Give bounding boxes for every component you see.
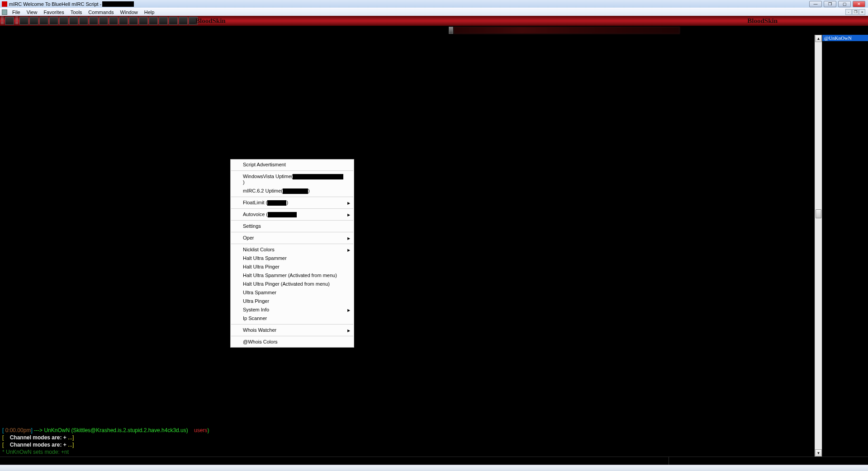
- toolbar-button[interactable]: [89, 17, 98, 25]
- context-menu-item[interactable]: @Whois Colors: [231, 338, 354, 346]
- chat-line: * UnKnOwN sets mode: +nt: [2, 448, 815, 456]
- tail: ...]: [66, 442, 74, 448]
- toolbar-brand: BloodSkin: [195, 17, 226, 25]
- arrow: --->: [33, 427, 44, 433]
- toolbar-brand: BloodSkin: [747, 17, 778, 25]
- toolbar-button[interactable]: [79, 17, 88, 25]
- toolbar-button[interactable]: [119, 17, 128, 25]
- context-menu-item[interactable]: Ultra Spammer: [231, 288, 354, 297]
- input-bar: [0, 457, 868, 465]
- submenu-arrow-icon: ▶: [347, 328, 350, 334]
- submenu-arrow-icon: ▶: [347, 307, 350, 313]
- redacted: [268, 212, 297, 217]
- toolbar-button[interactable]: [129, 17, 138, 25]
- toolbar-button[interactable]: [169, 17, 178, 25]
- context-menu-item[interactable]: Autovoice (▶: [231, 210, 354, 219]
- context-menu-item[interactable]: Script Advertisment: [231, 160, 354, 169]
- timestamp: 0:00.00pm: [4, 427, 31, 433]
- mdi-icon[interactable]: [2, 9, 7, 15]
- context-menu-item[interactable]: Nicklist Colors▶: [231, 245, 354, 254]
- scroll-down-icon[interactable]: ▼: [815, 449, 822, 457]
- submenu-arrow-icon: ▶: [347, 212, 350, 218]
- toolbar-grip[interactable]: [1, 17, 4, 25]
- mdi-close-button[interactable]: ×: [859, 9, 865, 15]
- context-menu-item[interactable]: mIRC.6.2 Uptime(): [231, 187, 354, 195]
- menu-view[interactable]: View: [24, 9, 41, 15]
- nicklist-item[interactable]: @UnKnOwN: [822, 35, 868, 41]
- scroll-thumb[interactable]: [816, 209, 821, 218]
- switchbar-tab-active[interactable]: [454, 27, 680, 34]
- redacted: [283, 188, 308, 194]
- menu-separator: [231, 232, 353, 232]
- toolbar-button[interactable]: [19, 17, 28, 25]
- menu-separator: [231, 197, 353, 197]
- toolbar-button[interactable]: [159, 17, 168, 25]
- toolbar-button[interactable]: [49, 17, 58, 25]
- context-menu-item[interactable]: Ip Scanner: [231, 314, 354, 323]
- host: (Skittles@Krashed.is.2.stupid.2.have.h4c…: [71, 427, 188, 433]
- switchbar-tab[interactable]: [449, 27, 453, 34]
- statusbar: [0, 465, 868, 471]
- context-menu-item[interactable]: Oper▶: [231, 234, 354, 242]
- menu-separator: [231, 244, 353, 244]
- app-icon: [2, 1, 7, 7]
- chat-input[interactable]: [0, 457, 669, 465]
- chat-content[interactable]: Script AdvertismentWindowsVista Uptime()…: [0, 35, 815, 457]
- toolbar-button[interactable]: [139, 17, 148, 25]
- toolbar-button[interactable]: [179, 17, 188, 25]
- menubar: File View Favorites Tools Commands Windo…: [0, 8, 868, 16]
- toolbar-button[interactable]: [39, 17, 48, 25]
- scroll-track[interactable]: [815, 42, 822, 449]
- context-menu-item[interactable]: System Info▶: [231, 306, 354, 314]
- menu-favorites[interactable]: Favorites: [40, 9, 67, 15]
- restore-button[interactable]: ❐: [824, 1, 836, 7]
- context-menu-item[interactable]: Ultra Pinger: [231, 297, 354, 306]
- toolbar-button[interactable]: [29, 17, 38, 25]
- input-right[interactable]: [669, 457, 868, 465]
- close-button[interactable]: ✕: [853, 1, 865, 7]
- minimize-button[interactable]: —: [809, 1, 822, 7]
- window-controls: — ❐ ▢ ✕: [809, 1, 868, 7]
- toolbar-button[interactable]: [149, 17, 158, 25]
- context-menu-item[interactable]: WindowsVista Uptime(): [231, 172, 354, 187]
- mdi-minimize-button[interactable]: -: [845, 9, 852, 15]
- bracket: ): [207, 427, 209, 433]
- toolbar-button[interactable]: [5, 17, 14, 25]
- context-menu-item[interactable]: Halt Ultra Pinger (Activated from menu): [231, 280, 354, 288]
- menu-tools[interactable]: Tools: [67, 9, 85, 15]
- modes-text: Channel modes are: +: [5, 434, 66, 441]
- toolbar-button[interactable]: [99, 17, 108, 25]
- toolbar-button[interactable]: [59, 17, 68, 25]
- menu-commands[interactable]: Commands: [85, 9, 117, 15]
- menu-separator: [231, 324, 353, 325]
- submenu-arrow-icon: ▶: [347, 236, 350, 241]
- main-area: Script AdvertismentWindowsVista Uptime()…: [0, 35, 868, 457]
- window-title: mIRC Welcome To BlueHell mIRC Script -: [9, 1, 101, 7]
- context-menu-item[interactable]: Halt Ultra Spammer: [231, 254, 354, 263]
- chat-line: [ 0:00.00pm] ---> UnKnOwN (Skittles@Kras…: [2, 427, 815, 434]
- submenu-arrow-icon: ▶: [347, 247, 350, 253]
- menu-window[interactable]: Window: [117, 9, 141, 15]
- toolbar-button[interactable]: [109, 17, 118, 25]
- chat-line: [ Channel modes are: + ...]: [2, 434, 815, 441]
- context-menu-item[interactable]: Whois Watcher▶: [231, 326, 354, 334]
- context-menu-item[interactable]: FloatLimit ()▶: [231, 198, 354, 207]
- menu-help[interactable]: Help: [141, 9, 158, 15]
- maximize-button[interactable]: ▢: [838, 1, 851, 7]
- menu-file[interactable]: File: [9, 9, 24, 15]
- context-menu-item[interactable]: Halt Ultra Pinger: [231, 263, 354, 271]
- scroll-up-icon[interactable]: ▲: [815, 35, 822, 42]
- submenu-arrow-icon: ▶: [347, 200, 350, 206]
- window-titlebar: mIRC Welcome To BlueHell mIRC Script - —…: [0, 0, 868, 8]
- context-menu-item[interactable]: Settings: [231, 222, 354, 231]
- toolbar-grip[interactable]: [15, 17, 18, 25]
- menu-separator: [231, 336, 353, 336]
- toolbar-button[interactable]: [69, 17, 78, 25]
- scrollbar-vertical[interactable]: ▲ ▼: [815, 35, 822, 457]
- menu-separator: [231, 220, 353, 221]
- chat-line: [ Channel modes are: + ...]: [2, 441, 815, 448]
- nicklist[interactable]: @UnKnOwN: [822, 35, 868, 457]
- modes-text: Channel modes are: +: [5, 442, 66, 448]
- mdi-restore-button[interactable]: ❐: [852, 9, 859, 15]
- context-menu-item[interactable]: Halt Ultra Spammer (Activated from menu): [231, 271, 354, 280]
